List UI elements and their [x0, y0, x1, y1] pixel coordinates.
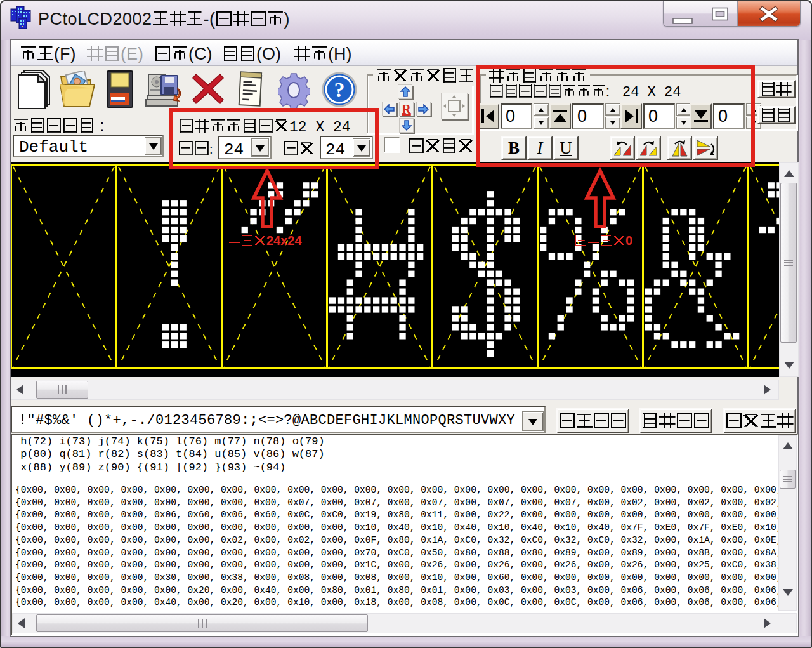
svg-text:?: ?: [334, 78, 345, 102]
